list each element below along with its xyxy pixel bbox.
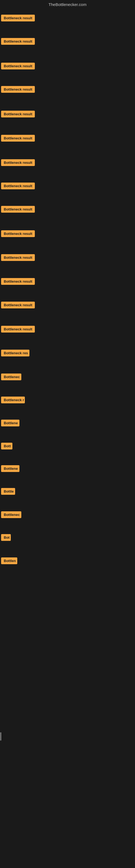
bottleneck-badge[interactable]: Bottlene — [1, 420, 19, 426]
site-title: TheBottlenecker.com — [0, 0, 135, 10]
bottleneck-badge[interactable]: Bottleneck result — [1, 111, 35, 118]
list-item[interactable]: Bottleneck result — [1, 230, 35, 238]
list-item[interactable]: Bottleneck result — [1, 254, 35, 262]
list-item[interactable]: Bottleneck result — [1, 326, 35, 334]
list-item[interactable]: Bottlenec — [1, 373, 21, 381]
list-item[interactable]: Bottleneck result — [1, 135, 35, 143]
bottleneck-badge[interactable]: Bottlenec — [1, 511, 21, 518]
list-item[interactable]: Bottleneck result — [1, 63, 35, 70]
bottleneck-badge[interactable]: Bottleneck res — [1, 350, 30, 356]
bottleneck-badge[interactable]: Bottleneck result — [1, 230, 35, 237]
list-item[interactable]: Bottlene — [1, 465, 19, 473]
bottleneck-badge[interactable]: Bottleneck result — [1, 183, 35, 189]
bottleneck-badge[interactable]: Bottleneck result — [1, 38, 35, 45]
list-item[interactable]: Bottleneck result — [1, 302, 35, 310]
bottleneck-badge[interactable]: Bot — [1, 534, 11, 541]
bottleneck-badge[interactable]: Bottleneck result — [1, 302, 35, 308]
bottleneck-badge[interactable]: Bottleneck result — [1, 63, 35, 69]
list-item[interactable]: Bottleneck res — [1, 350, 30, 358]
bottleneck-badge[interactable]: Bottleneck result — [1, 206, 35, 213]
list-item[interactable]: Bottlen — [1, 557, 17, 565]
bottleneck-badge[interactable]: Bottleneck result — [1, 86, 35, 93]
bottleneck-badge[interactable]: Bott — [1, 443, 12, 450]
bottleneck-badge[interactable]: Bottleneck result — [1, 326, 35, 333]
cursor-indicator — [1, 733, 1, 741]
bottleneck-badge[interactable]: Bottlen — [1, 557, 17, 564]
list-item[interactable]: Bottleneck result — [1, 159, 35, 167]
bottleneck-badge[interactable]: Bottleneck result — [1, 14, 35, 22]
list-item[interactable]: Bottlenec — [1, 511, 21, 519]
bottleneck-badge[interactable]: Bottleneck result — [1, 278, 35, 285]
list-item[interactable]: Bot — [1, 534, 11, 542]
bottleneck-badge[interactable]: Bottlenec — [1, 373, 21, 380]
bottleneck-badge[interactable]: Bottleneck result — [1, 254, 35, 261]
bottleneck-badge[interactable]: Bottleneck result — [1, 159, 35, 166]
list-item[interactable]: Bottleneck result — [1, 14, 35, 23]
list-item[interactable]: Bottleneck r — [1, 397, 25, 404]
list-item[interactable]: Bottleneck result — [1, 86, 35, 94]
list-item[interactable]: Bottle — [1, 488, 15, 496]
bottleneck-list: Bottleneck resultBottleneck resultBottle… — [0, 10, 135, 607]
bottleneck-badge[interactable]: Bottleneck r — [1, 397, 25, 403]
list-item[interactable]: Bottleneck result — [1, 183, 35, 190]
list-item[interactable]: Bott — [1, 443, 12, 451]
bottleneck-badge[interactable]: Bottlene — [1, 465, 19, 472]
list-item[interactable]: Bottleneck result — [1, 38, 35, 46]
list-item[interactable]: Bottleneck result — [1, 206, 35, 214]
list-item[interactable]: Bottlene — [1, 420, 19, 428]
list-item[interactable]: Bottleneck result — [1, 111, 35, 119]
bottleneck-badge[interactable]: Bottle — [1, 488, 15, 495]
list-item[interactable]: Bottleneck result — [1, 278, 35, 286]
bottleneck-badge[interactable]: Bottleneck result — [1, 135, 35, 142]
